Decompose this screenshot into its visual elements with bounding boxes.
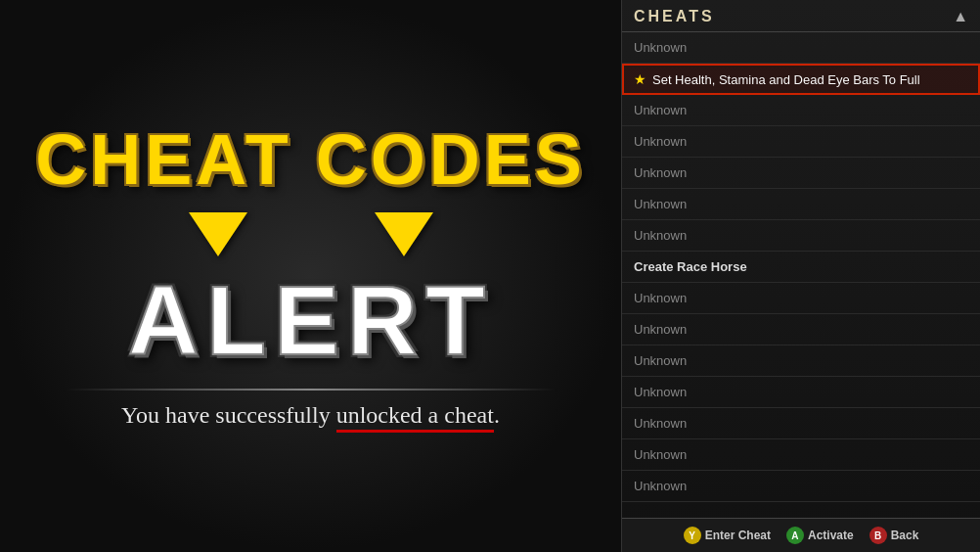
footer-activate: A Activate [786, 527, 854, 544]
title-area: CHEAT CODES [35, 124, 586, 195]
cheat-list-item[interactable]: Unknown [622, 314, 980, 345]
btn-y-icon: Y [684, 527, 701, 544]
cheat-label: Unknown [634, 385, 687, 399]
cheat-label: Unknown [634, 322, 687, 337]
left-panel: CHEAT CODES ALERT You have successfully … [0, 0, 621, 552]
cheats-title: CHEATS [634, 8, 715, 25]
cheat-codes-title: CHEAT CODES [35, 124, 586, 195]
cheat-list-item[interactable]: Unknown [622, 95, 980, 126]
cheat-label: Unknown [634, 134, 687, 149]
divider-line [67, 389, 556, 391]
cheats-header: CHEATS ▲ [622, 0, 980, 32]
cheat-label: Unknown [634, 165, 687, 180]
cheats-footer: Y Enter Cheat A Activate B Back [622, 518, 980, 552]
arrow-right-icon [375, 212, 433, 256]
cheat-label: Unknown [634, 416, 687, 431]
cheat-list-item[interactable]: Unknown [622, 126, 980, 158]
cheat-list-item[interactable]: Unknown [622, 220, 980, 252]
cheat-list-item[interactable]: Unknown [622, 408, 980, 439]
arrows-row [125, 212, 497, 256]
cheat-list-item[interactable]: Create Race Horse [622, 252, 980, 283]
cheat-list-item[interactable]: Unknown [622, 283, 980, 314]
cheat-label: Unknown [634, 40, 687, 55]
star-icon: ★ [634, 71, 646, 87]
cheat-label: Unknown [634, 197, 687, 211]
cheat-label: Unknown [634, 353, 687, 368]
footer-back: B Back [869, 527, 919, 544]
cheat-list-item[interactable]: Unknown [622, 158, 980, 189]
cheat-list-item[interactable]: Unknown [622, 345, 980, 377]
unlock-message: You have successfully unlocked a cheat. [121, 402, 500, 429]
cheat-label: Unknown [634, 291, 687, 305]
enter-cheat-label: Enter Cheat [705, 529, 771, 542]
cheat-list-item[interactable]: Unknown [622, 471, 980, 502]
arrow-left-icon [189, 212, 247, 256]
cheat-label: Create Race Horse [634, 259, 747, 274]
cheat-list-item[interactable]: Unknown [622, 439, 980, 471]
btn-a-icon: A [786, 527, 804, 544]
cheat-label: Unknown [634, 103, 687, 117]
message-after: . [494, 402, 500, 428]
activate-label: Activate [808, 529, 854, 542]
cheat-list-item[interactable]: Unknown [622, 189, 980, 220]
cheat-label: Unknown [634, 228, 687, 243]
scroll-indicator: ▲ [953, 8, 968, 25]
right-panel: CHEATS ▲ Unknown★Set Health, Stamina and… [621, 0, 980, 552]
cheat-label: Unknown [634, 447, 687, 462]
message-before: You have successfully [121, 402, 336, 428]
cheat-label: Set Health, Stamina and Dead Eye Bars To… [652, 72, 920, 87]
alert-text: ALERT [128, 264, 493, 377]
footer-enter: Y Enter Cheat [684, 527, 771, 544]
cheat-list-item[interactable]: Unknown [622, 32, 980, 64]
cheat-list-item[interactable]: ★Set Health, Stamina and Dead Eye Bars T… [622, 64, 980, 95]
cheat-list-item[interactable]: Unknown [622, 377, 980, 408]
cheat-label: Unknown [634, 479, 687, 493]
message-highlight: unlocked a cheat [336, 402, 494, 429]
btn-b-icon: B [869, 527, 887, 544]
cheats-list: Unknown★Set Health, Stamina and Dead Eye… [622, 32, 980, 518]
back-label: Back [891, 529, 919, 542]
